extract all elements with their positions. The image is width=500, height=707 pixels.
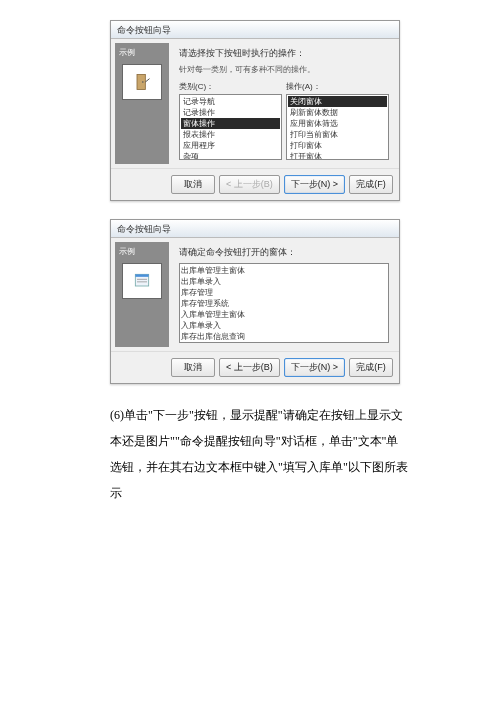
list-item[interactable]: 出库单录入 [181, 276, 387, 287]
door-icon [132, 72, 152, 92]
list-item[interactable]: 库存管理 [181, 287, 387, 298]
svg-point-1 [142, 81, 144, 83]
sidebar-label: 示例 [119, 246, 165, 257]
list-item[interactable]: 应用程序 [181, 140, 280, 151]
dialog-title: 命令按钮向导 [111, 21, 399, 39]
wizard-dialog-2: 命令按钮向导 示例 请确定命令按钮打开的窗体： 出库单管理主窗体出库单录入库存管… [110, 219, 400, 384]
list-item[interactable]: 打开窗体 [288, 151, 387, 160]
dialog-body: 示例 请选择按下按钮时执行的操作： 针对每一类别，可有多种不同的操作。 类别(C… [111, 39, 399, 168]
next-button[interactable]: 下一步(N) > [284, 358, 345, 377]
list-item[interactable]: 打印窗体 [288, 140, 387, 151]
actions-listbox[interactable]: 关闭窗体刷新窗体数据应用窗体筛选打印当前窗体打印窗体打开窗体 [286, 94, 389, 160]
button-row: 取消 < 上一步(B) 下一步(N) > 完成(F) [111, 168, 399, 200]
svg-rect-3 [135, 274, 148, 277]
sample-icon-box [122, 263, 162, 299]
list-item[interactable]: 入库单管理主窗体 [181, 309, 387, 320]
back-button[interactable]: < 上一步(B) [219, 175, 280, 194]
list-item[interactable]: 刷新窗体数据 [288, 107, 387, 118]
button-row: 取消 < 上一步(B) 下一步(N) > 完成(F) [111, 351, 399, 383]
list-item[interactable]: 窗体操作 [181, 118, 280, 129]
lists-row: 类别(C)： 记录导航记录操作窗体操作报表操作应用程序杂项 操作(A)： 关闭窗… [179, 81, 389, 160]
list-item[interactable]: 库存管理系统 [181, 298, 387, 309]
sample-icon-box [122, 64, 162, 100]
hint-text: 针对每一类别，可有多种不同的操作。 [179, 64, 389, 75]
list-item[interactable]: 库存出库信息查询 [181, 331, 387, 342]
prompt-text: 请选择按下按钮时执行的操作： [179, 47, 389, 60]
dialog-title: 命令按钮向导 [111, 220, 399, 238]
list-item[interactable]: 打印当前窗体 [288, 129, 387, 140]
wizard-dialog-1: 命令按钮向导 示例 请选择按下按钮时执行的操作： 针对每一类别，可有多种不同的操… [110, 20, 400, 201]
actions-label: 操作(A)： [286, 81, 389, 92]
sidebar: 示例 [115, 242, 169, 347]
form-icon [132, 271, 152, 291]
list-item[interactable]: 记录导航 [181, 96, 280, 107]
svg-rect-0 [137, 75, 145, 90]
categories-label: 类别(C)： [179, 81, 282, 92]
sidebar: 示例 [115, 43, 169, 164]
cancel-button[interactable]: 取消 [171, 175, 215, 194]
categories-listbox[interactable]: 记录导航记录操作窗体操作报表操作应用程序杂项 [179, 94, 282, 160]
main-panel: 请选择按下按钮时执行的操作： 针对每一类别，可有多种不同的操作。 类别(C)： … [173, 43, 395, 164]
sidebar-label: 示例 [119, 47, 165, 58]
list-item[interactable]: 关闭窗体 [288, 96, 387, 107]
dialog-body: 示例 请确定命令按钮打开的窗体： 出库单管理主窗体出库单录入库存管理库存管理系统… [111, 238, 399, 351]
cancel-button[interactable]: 取消 [171, 358, 215, 377]
list-item[interactable]: 入库单录入 [181, 320, 387, 331]
finish-button[interactable]: 完成(F) [349, 175, 393, 194]
forms-listbox[interactable]: 出库单管理主窗体出库单录入库存管理库存管理系统入库单管理主窗体入库单录入库存出库… [179, 263, 389, 343]
next-button[interactable]: 下一步(N) > [284, 175, 345, 194]
prompt-text: 请确定命令按钮打开的窗体： [179, 246, 389, 259]
list-item[interactable]: 应用窗体筛选 [288, 118, 387, 129]
list-item[interactable]: 报表操作 [181, 129, 280, 140]
list-item[interactable]: 记录操作 [181, 107, 280, 118]
main-panel: 请确定命令按钮打开的窗体： 出库单管理主窗体出库单录入库存管理库存管理系统入库单… [173, 242, 395, 347]
caption-text: (6)单击"下一步"按钮，显示提醒"请确定在按钮上显示文本还是图片""命令提醒按… [110, 402, 410, 506]
back-button[interactable]: < 上一步(B) [219, 358, 280, 377]
list-item[interactable]: 出库单管理主窗体 [181, 265, 387, 276]
list-item[interactable]: 杂项 [181, 151, 280, 160]
finish-button[interactable]: 完成(F) [349, 358, 393, 377]
